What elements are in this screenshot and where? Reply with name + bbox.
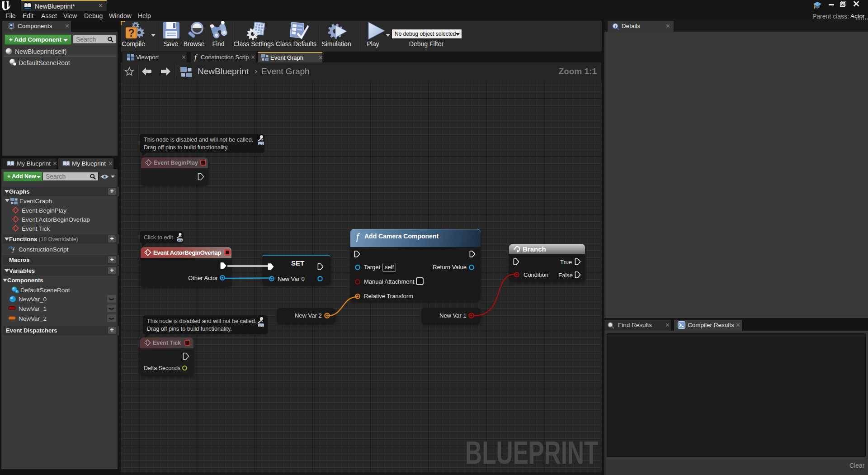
svg-text:f: f <box>12 247 15 253</box>
svg-text:i: i <box>615 24 616 29</box>
svg-text:?: ? <box>128 27 134 39</box>
